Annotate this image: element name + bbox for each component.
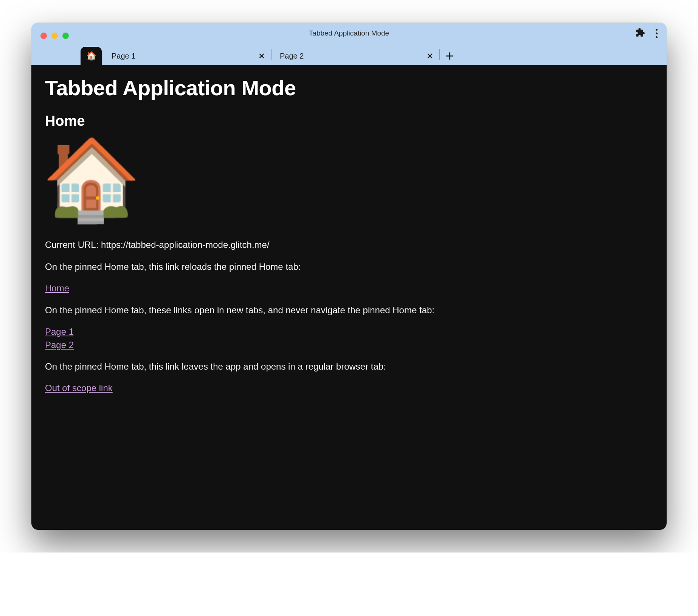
close-icon[interactable] — [427, 53, 433, 59]
titlebar: Tabbed Application Mode — [31, 23, 667, 44]
tab-label: Page 1 — [112, 52, 258, 60]
tab-separator — [439, 49, 440, 60]
page-title: Tabbed Application Mode — [45, 76, 653, 100]
page-subtitle: Home — [45, 113, 653, 129]
link-page-2[interactable]: Page 2 — [45, 339, 653, 352]
current-url-line: Current URL: https://tabbed-application-… — [45, 238, 653, 252]
extensions-icon[interactable] — [635, 28, 645, 39]
minimize-window-button[interactable] — [51, 33, 58, 39]
paragraph-home: On the pinned Home tab, this link reload… — [45, 260, 653, 274]
tab-page-1[interactable]: Page 1 — [104, 47, 270, 65]
close-icon[interactable] — [258, 53, 265, 59]
tab-page-2[interactable]: Page 2 — [272, 47, 439, 65]
tab-separator — [271, 49, 271, 60]
fullscreen-window-button[interactable] — [62, 33, 69, 39]
current-url-label: Current URL: — [45, 240, 101, 250]
close-window-button[interactable] — [40, 33, 47, 39]
tab-label: Page 2 — [280, 52, 427, 60]
tab-strip: 🏠 Page 1 Page 2 — [31, 44, 667, 65]
link-page-1[interactable]: Page 1 — [45, 325, 653, 339]
menu-button[interactable] — [654, 27, 659, 40]
paragraph-outofscope: On the pinned Home tab, this link leaves… — [45, 360, 653, 373]
link-home[interactable]: Home — [45, 282, 653, 295]
window-title: Tabbed Application Mode — [31, 29, 667, 37]
app-window: Tabbed Application Mode 🏠 Page 1 Page 2 — [31, 23, 667, 530]
link-out-of-scope[interactable]: Out of scope link — [45, 382, 653, 395]
home-icon: 🏠 — [86, 51, 96, 61]
page-content: Tabbed Application Mode Home 🏠 Current U… — [31, 65, 667, 530]
new-tab-button[interactable] — [441, 47, 459, 65]
window-controls — [40, 33, 69, 39]
paragraph-newtabs: On the pinned Home tab, these links open… — [45, 303, 653, 317]
house-icon: 🏠 — [42, 140, 653, 219]
current-url-value: https://tabbed-application-mode.glitch.m… — [101, 240, 270, 250]
pinned-home-tab[interactable]: 🏠 — [81, 47, 102, 65]
